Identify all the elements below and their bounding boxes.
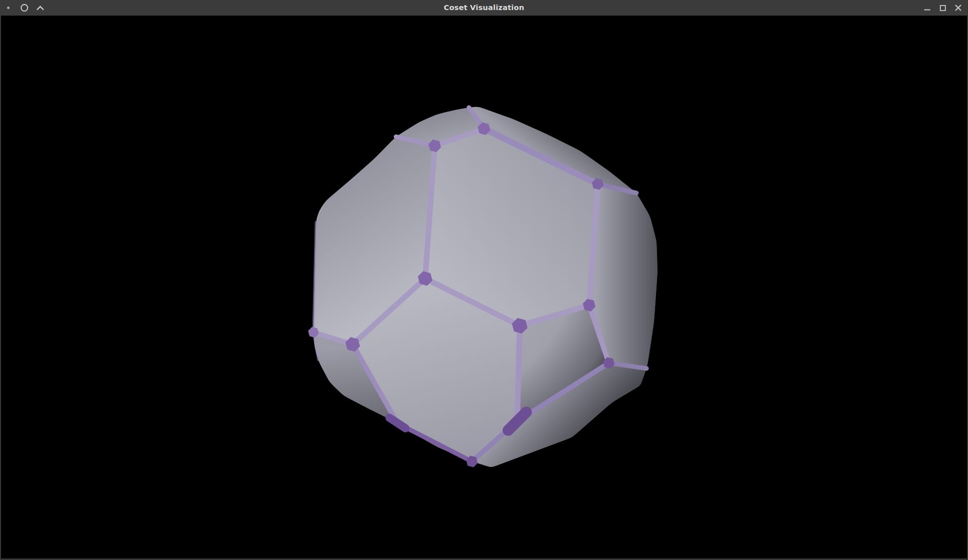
window-dot-icon[interactable]: [0, 0, 16, 16]
chevron-up-icon[interactable]: [32, 0, 48, 16]
window-circle-icon[interactable]: [16, 0, 32, 16]
titlebar[interactable]: Coset Visualization: [0, 0, 968, 16]
polyhedron-render: [0, 0, 968, 560]
minimize-button[interactable]: [919, 0, 935, 16]
window-title: Coset Visualization: [0, 0, 968, 16]
maximize-icon: [939, 5, 946, 12]
edge-tube: [517, 326, 520, 421]
minimize-icon: [924, 5, 931, 12]
close-button[interactable]: [950, 0, 966, 16]
maximize-button[interactable]: [935, 0, 950, 16]
close-icon: [954, 4, 962, 12]
